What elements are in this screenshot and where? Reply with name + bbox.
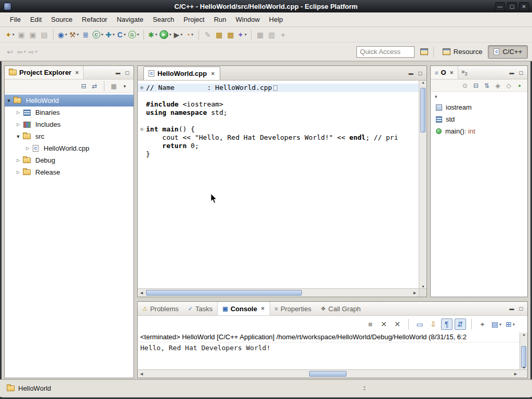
maximize-view-button[interactable]: ▢ [518, 70, 523, 75]
tree-item-project[interactable]: ▼ HelloWorld [5, 95, 134, 107]
open-console-button[interactable]: ⊞ ▾ [504, 318, 516, 330]
new-source-file-button[interactable]: ✚ ▾ [104, 29, 116, 41]
console-vertical-scrollbar[interactable]: ▲ ▼ [520, 332, 527, 369]
scroll-right-icon[interactable]: ▶ [411, 291, 419, 295]
tab-outline[interactable]: ≡ O ✕ [431, 66, 458, 79]
scroll-right-icon[interactable]: ▶ [512, 372, 520, 376]
tab-problems[interactable]: ⚠ Problems [138, 302, 183, 315]
profile-button[interactable]: ◔ ▾ [184, 29, 195, 41]
focus-button[interactable]: ▦ [109, 82, 118, 91]
print-button[interactable]: ▤ [38, 29, 50, 41]
open-perspective-button[interactable] [419, 46, 430, 58]
hide-static-button[interactable]: ◇ [504, 81, 513, 90]
close-icon[interactable]: ✕ [450, 70, 454, 75]
back-button[interactable]: ⇦ ▾ [16, 46, 27, 58]
menu-project[interactable]: Project [179, 13, 209, 26]
sash-handle[interactable] [364, 387, 365, 391]
expand-arrow-icon[interactable]: ▼ [14, 134, 22, 139]
tree-item-binaries[interactable]: ▷ Binaries [5, 107, 134, 118]
tree-item-src[interactable]: ▼ src [5, 130, 134, 142]
expand-arrow-icon[interactable]: ▼ [5, 98, 13, 103]
perspective-resource-button[interactable]: Resource [437, 45, 488, 59]
remove-all-launches-button[interactable]: ✕ [392, 318, 403, 330]
editor-horizontal-scrollbar[interactable]: ◀ ▶ [138, 288, 419, 297]
quick-access-input[interactable] [356, 46, 415, 58]
editor-vertical-scrollbar[interactable]: ▲ ▼ [419, 81, 427, 288]
scrollbar-thumb[interactable] [521, 346, 526, 368]
collapse-arrow-icon[interactable]: ▷ [14, 158, 22, 163]
menu-refactor[interactable]: Refactor [77, 13, 112, 26]
scroll-left-icon[interactable]: ◀ [138, 372, 145, 376]
hide-fields-button[interactable]: ◈ [493, 81, 502, 90]
menu-window[interactable]: Window [231, 13, 264, 26]
fold-expanded-icon[interactable]: ⊖ [138, 125, 146, 134]
scrollbar-thumb[interactable] [420, 88, 425, 132]
collapse-all-button[interactable]: ⊟ [79, 82, 88, 91]
scroll-up-icon[interactable]: ▲ [520, 332, 528, 336]
save-all-button[interactable]: ▣ [27, 29, 38, 41]
collapse-arrow-icon[interactable]: ▷ [14, 122, 22, 127]
menu-help[interactable]: Help [264, 13, 288, 26]
outline-list[interactable]: iostream std main() : int [431, 101, 527, 137]
scroll-down-icon[interactable]: ▼ [419, 285, 427, 288]
clear-console-button[interactable]: ▭ [414, 318, 425, 330]
scroll-up-icon[interactable]: ▲ [419, 81, 427, 84]
scrollbar-thumb[interactable] [309, 371, 347, 377]
maximize-view-button[interactable]: ▢ [418, 71, 422, 76]
view-menu-button[interactable]: ▾ [120, 82, 129, 91]
minimize-view-button[interactable]: ▬ [509, 306, 514, 311]
focus-button[interactable]: ⊙ [460, 81, 470, 90]
minimize-window-button[interactable]: — [495, 2, 505, 11]
tab-tasks[interactable]: ✓ Tasks [183, 302, 217, 315]
menu-source[interactable]: Source [46, 13, 77, 26]
tab-helloworld-cpp[interactable]: C HelloWorld.cpp ✕ [143, 66, 220, 80]
link-with-editor-button[interactable]: ⇄ [90, 82, 99, 91]
run-configurations-button[interactable]: ▶ ▾ [172, 29, 184, 41]
tree-item-debug[interactable]: ▷ Debug [5, 154, 134, 166]
grid-alt-button[interactable]: ▥ [266, 29, 277, 41]
grid-view-button[interactable]: ▦ [255, 29, 266, 41]
project-tree[interactable]: ▼ HelloWorld ▷ Binaries ▷ Includes ▼ [5, 93, 134, 178]
tab-call-graph[interactable]: ❖ Call Graph [316, 302, 365, 315]
pin-editor-button[interactable]: ⌖ [277, 29, 289, 41]
folded-region-box[interactable] [273, 85, 277, 91]
tab-console[interactable]: ▣ Console ✕ [217, 302, 270, 315]
scroll-down-icon[interactable]: ▼ [520, 366, 528, 369]
debug-button[interactable]: ✱ ▾ [147, 29, 158, 41]
search-wand-button[interactable]: ✦ ▾ [236, 29, 248, 41]
collapse-arrow-icon[interactable]: ▷ [23, 146, 32, 151]
sort-button[interactable]: ⇅ [482, 81, 491, 90]
pin-console-button[interactable]: ⌖ [477, 318, 488, 330]
open-element-button[interactable]: ▩ [225, 29, 236, 41]
outline-item-iostream[interactable]: iostream [431, 101, 527, 113]
open-resource-button[interactable]: ▩ [214, 29, 225, 41]
tree-item-includes[interactable]: ▷ Includes [5, 118, 134, 130]
display-selected-console-button[interactable]: ▤ ▾ [490, 318, 502, 330]
tree-item-release[interactable]: ▷ Release [5, 166, 134, 178]
collapse-arrow-icon[interactable]: ▷ [14, 170, 22, 175]
scroll-left-icon[interactable]: ◀ [138, 291, 145, 295]
build-console-button[interactable]: ≣ [80, 29, 91, 41]
mark-occurrences-button[interactable]: ✎ [202, 29, 214, 41]
minimize-view-button[interactable]: ▬ [115, 70, 120, 75]
external-tools-button[interactable]: G ▾ [127, 29, 140, 41]
close-icon[interactable]: ✕ [75, 70, 79, 75]
collapse-arrow-icon[interactable]: ▷ [14, 110, 22, 115]
forward-button[interactable]: ⇨ ▾ [27, 46, 38, 58]
show-on-stdout-button[interactable]: ⇵ [455, 318, 466, 330]
console-horizontal-scrollbar[interactable]: ◀ ▶ [138, 369, 527, 378]
perspective-cpp-button[interactable]: C C/C++ [488, 45, 528, 59]
minimize-view-button[interactable]: ▬ [408, 71, 413, 76]
maximize-view-button[interactable]: ▢ [125, 70, 129, 75]
maximize-view-button[interactable]: ▢ [518, 306, 523, 311]
collapse-all-button[interactable]: ⊟ [471, 81, 481, 90]
tab-properties[interactable]: ≡ Properties [270, 302, 316, 315]
remove-launch-button[interactable]: ✕ [378, 318, 390, 330]
menu-navigate[interactable]: Navigate [112, 13, 148, 26]
view-overflow-button[interactable]: »2 [458, 68, 471, 76]
build-button[interactable]: ⚒ ▾ [68, 29, 80, 41]
terminate-button[interactable]: ■ [365, 318, 376, 330]
menu-search[interactable]: Search [148, 13, 179, 26]
close-window-button[interactable]: ✕ [519, 2, 529, 11]
maximize-window-button[interactable]: ▢ [507, 2, 517, 11]
